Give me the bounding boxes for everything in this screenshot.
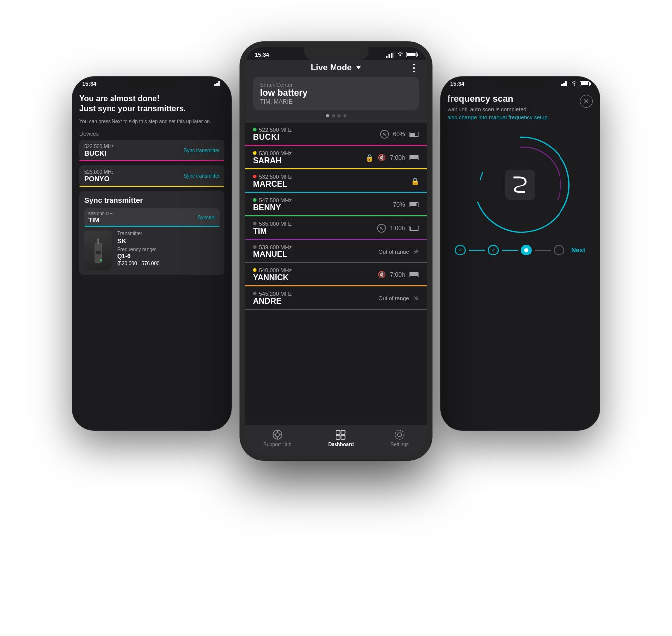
svg-rect-27 xyxy=(561,84,563,86)
nav-label-dashboard: Dashboard xyxy=(328,442,354,447)
right-content: frequency scan wait until auto scan is c… xyxy=(441,89,600,260)
devices-label: Devices xyxy=(79,131,224,137)
dot-4 xyxy=(343,114,346,117)
dot-yannick xyxy=(253,268,257,272)
left-subtitle: You can press Next to skip this step and… xyxy=(79,118,224,125)
smart-center-label: Smart Center xyxy=(260,82,412,88)
more-options-btn[interactable]: ⋮ xyxy=(409,62,419,74)
name-benny: BENNY xyxy=(253,203,292,212)
freq-tim: 535.000 MHz xyxy=(259,221,292,227)
device-list-center: 522.500 MHz BUCKI 60% xyxy=(245,123,427,310)
freq-andre: 545.200 MHz xyxy=(259,291,292,297)
sync-status-tim: Synced! xyxy=(198,215,216,220)
sync-device-tim: 535.000 MHz TIM Synced! xyxy=(84,208,220,227)
manuel-status: Out of range ✳ xyxy=(378,248,419,255)
dot-tim xyxy=(253,222,257,225)
left-freq-ponyo: 525.000 MHz xyxy=(84,169,113,175)
next-btn[interactable]: Next xyxy=(571,246,585,254)
dot-andre xyxy=(253,292,257,295)
bottom-nav: Support Hub Dashboard Settings xyxy=(245,425,427,455)
svg-rect-22 xyxy=(341,430,345,434)
status-icons-left xyxy=(214,81,222,86)
smart-center-sub: TIM, MARIE xyxy=(260,98,412,105)
center-header: Live Mode ⋮ Smart Center low battery TIM… xyxy=(245,60,427,123)
dot-3 xyxy=(337,114,340,117)
step-4 xyxy=(554,245,564,255)
dot-2 xyxy=(332,114,335,117)
device-manuel[interactable]: 539.600 MHz MANUEL Out of range ✳ xyxy=(245,240,427,263)
dot-marcel xyxy=(253,175,257,178)
sarah-status: 🔒 🔇 7:00h xyxy=(365,154,419,162)
scan-circle-container xyxy=(465,130,575,240)
freq-scan-link[interactable]: also change into manual frequency setup. xyxy=(448,114,593,120)
dashboard-icon xyxy=(336,429,346,440)
yannick-status: 🔇 7:00h xyxy=(378,271,419,278)
svg-rect-8 xyxy=(389,54,390,58)
left-device-bucki[interactable]: 522.500 MHz BUCKI Sync transmitter xyxy=(79,140,224,161)
name-andre: ANDRE xyxy=(253,297,292,306)
status-icons-center xyxy=(386,52,417,58)
step-2: ✓ xyxy=(488,245,499,255)
name-yannick: YANNICK xyxy=(253,273,292,282)
svg-rect-1 xyxy=(216,83,218,86)
svg-rect-23 xyxy=(336,435,340,439)
mute-icon-sarah: 🔇 xyxy=(378,154,386,161)
phone-left: 15:34 You are almost done!Just sync your… xyxy=(72,77,231,430)
dot-1 xyxy=(326,114,329,117)
svg-rect-21 xyxy=(336,430,340,434)
device-benny[interactable]: 547.500 MHz BENNY 70% xyxy=(245,193,427,217)
wifi-icon-center xyxy=(397,52,404,58)
svg-rect-9 xyxy=(391,53,393,58)
freq-marcel: 532.500 MHz xyxy=(259,174,292,180)
left-name-bucki: BUCKI xyxy=(84,149,113,157)
bucki-status: 60% xyxy=(380,130,419,139)
signal-icon-left xyxy=(214,81,222,86)
left-device-ponyo[interactable]: 525.000 MHz PONYO Sync transmitter xyxy=(79,165,224,187)
sennheiser-logo xyxy=(505,170,535,200)
device-sarah[interactable]: 530.000 MHz SARAH 🔒 🔇 7:00h xyxy=(245,146,427,170)
battery-icon-center xyxy=(406,52,417,57)
status-yannick: 7:00h xyxy=(390,271,405,278)
notch-center xyxy=(304,47,368,60)
name-manuel: MANUEL xyxy=(253,250,292,259)
svg-rect-29 xyxy=(565,81,567,86)
smart-center-card: Smart Center low battery TIM, MARIE xyxy=(253,77,419,110)
tim-status: 1:00h xyxy=(377,224,419,233)
live-mode-btn[interactable]: Live Mode xyxy=(311,63,361,73)
status-benny: 70% xyxy=(393,201,405,208)
carousel-dots xyxy=(253,110,419,118)
notch-left xyxy=(127,77,177,88)
svg-point-16 xyxy=(275,433,279,437)
freq-benny: 547.500 MHz xyxy=(259,197,292,203)
tx-freq-range: Q1-6 xyxy=(117,253,160,260)
nav-dashboard[interactable]: Dashboard xyxy=(328,429,354,447)
device-bucki[interactable]: 522.500 MHz BUCKI 60% xyxy=(245,123,427,146)
svg-point-26 xyxy=(395,430,404,439)
status-bucki: 60% xyxy=(393,131,405,138)
transmitter-info: Transmitter SK Frequency range: Q1-6 (52… xyxy=(84,231,220,270)
device-yannick[interactable]: 540.000 MHz YANNICK 🔇 7:00h xyxy=(245,263,427,287)
sync-btn-bucki[interactable]: Sync transmitter xyxy=(184,148,220,153)
device-tim[interactable]: 535.000 MHz TIM 1:00h xyxy=(245,217,427,240)
signal-icon-right xyxy=(561,81,569,86)
tx-details: Transmitter SK Frequency range: Q1-6 (52… xyxy=(117,231,160,266)
name-bucki: BUCKI xyxy=(253,133,292,142)
sync-btn-ponyo[interactable]: Sync transmitter xyxy=(184,173,220,179)
mute-icon-yannick: 🔇 xyxy=(378,271,386,278)
nav-support-hub[interactable]: Support Hub xyxy=(263,429,291,447)
device-andre[interactable]: 545.200 MHz ANDRE Out of range ✳ xyxy=(245,287,427,310)
step-line-3 xyxy=(535,250,551,251)
nav-settings[interactable]: Settings xyxy=(391,429,409,447)
freq-yannick: 540.000 MHz xyxy=(259,267,292,273)
dot-bucki xyxy=(253,128,257,131)
close-btn[interactable]: ✕ xyxy=(580,95,593,108)
device-marcel[interactable]: 532.500 MHz MARCEL 🔒 xyxy=(245,170,427,193)
phone-right: 15:34 ✕ frequency scan wait un xyxy=(441,77,600,430)
time-center: 15:34 xyxy=(255,52,269,58)
step-line-1 xyxy=(469,250,485,251)
wifi-icon-right xyxy=(571,81,578,86)
out-of-range-andre: Out of range xyxy=(378,295,409,301)
step-3-active xyxy=(521,245,532,255)
svg-rect-5 xyxy=(96,251,101,254)
svg-point-6 xyxy=(100,259,102,261)
